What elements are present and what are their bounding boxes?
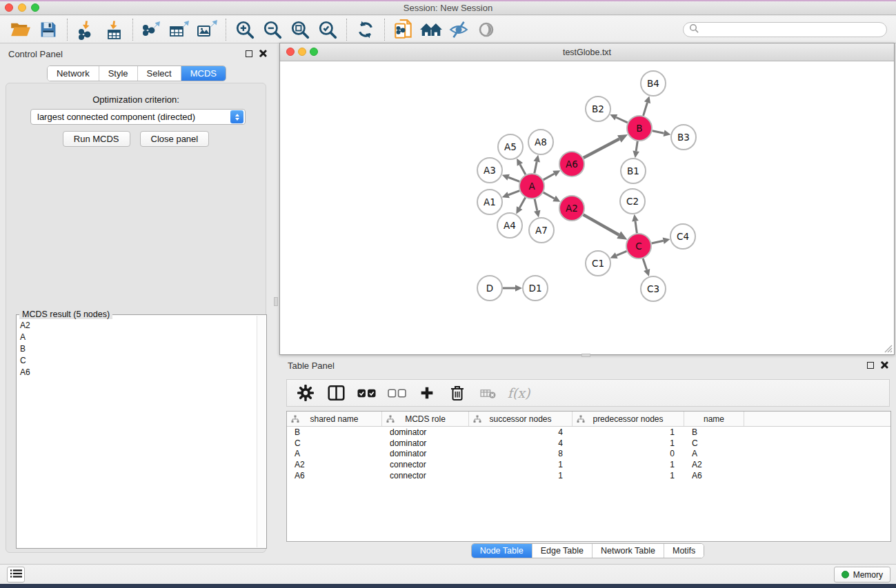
run-mcds-button[interactable]: Run MCDS bbox=[63, 131, 130, 147]
graph-node-A2[interactable]: A2 bbox=[559, 196, 584, 221]
table-tab-edge-table[interactable]: Edge Table bbox=[532, 544, 592, 558]
zoom-fit-icon[interactable] bbox=[286, 18, 314, 41]
table-cell[interactable]: C bbox=[287, 438, 382, 448]
graph-node-A1[interactable]: A1 bbox=[477, 190, 502, 214]
float-panel-icon[interactable] bbox=[246, 50, 252, 57]
edge-A-A2[interactable] bbox=[544, 192, 561, 202]
edge-C-C2[interactable] bbox=[632, 214, 639, 233]
edge-B-B1[interactable] bbox=[633, 141, 639, 158]
edge-B-B4[interactable] bbox=[644, 96, 650, 116]
graph-node-A4[interactable]: A4 bbox=[497, 213, 522, 238]
table-cell[interactable]: A6 bbox=[287, 471, 382, 480]
hide-eye-icon[interactable] bbox=[445, 18, 472, 41]
tab-select[interactable]: Select bbox=[137, 66, 181, 81]
close-table-panel-icon[interactable] bbox=[880, 361, 888, 369]
table-tab-network-table[interactable]: Network Table bbox=[592, 544, 664, 558]
vertical-splitter-handle[interactable] bbox=[274, 297, 278, 306]
table-cell[interactable]: 1 bbox=[573, 438, 684, 448]
close-panel-button[interactable]: Close panel bbox=[140, 131, 210, 147]
edge-C-C3[interactable] bbox=[643, 258, 650, 276]
column-header-predecessor-nodes[interactable]: predecessor nodes bbox=[573, 412, 684, 426]
select-all-checked-icon[interactable] bbox=[355, 382, 378, 404]
edge-A-A7[interactable] bbox=[534, 199, 540, 218]
table-cell[interactable]: A2 bbox=[684, 460, 744, 469]
search-input[interactable] bbox=[699, 25, 881, 34]
copy-network-document-icon[interactable] bbox=[390, 18, 417, 41]
export-image-icon[interactable] bbox=[193, 18, 221, 41]
refresh-icon[interactable] bbox=[352, 18, 379, 41]
graph-node-C4[interactable]: C4 bbox=[670, 224, 695, 249]
edge-A-A8[interactable] bbox=[534, 155, 540, 174]
import-network-icon[interactable] bbox=[72, 18, 100, 41]
graph-node-C2[interactable]: C2 bbox=[620, 189, 645, 214]
graph-node-A[interactable]: A bbox=[519, 174, 544, 199]
import-table-icon[interactable] bbox=[100, 18, 128, 41]
column-header-shared-name[interactable]: shared name bbox=[287, 412, 382, 426]
edge-A-A6[interactable] bbox=[544, 170, 561, 180]
network-canvas[interactable]: AA1A2A3A4A5A6A7A8BB1B2B3B4CC1C2C3C4DD1 bbox=[281, 61, 893, 354]
table-cell[interactable]: C bbox=[684, 438, 744, 448]
add-column-icon[interactable] bbox=[415, 382, 439, 404]
graph-node-A3[interactable]: A3 bbox=[477, 158, 502, 183]
column-header-successor-nodes[interactable]: successor nodes bbox=[469, 412, 573, 426]
table-cell[interactable]: A bbox=[287, 449, 382, 458]
home-icon[interactable] bbox=[417, 18, 445, 41]
mcds-result-item[interactable]: A6 bbox=[18, 366, 255, 378]
graph-node-B1[interactable]: B1 bbox=[621, 159, 646, 183]
table-row[interactable]: Cdominator41C bbox=[287, 438, 890, 449]
table-cell[interactable]: A bbox=[684, 449, 744, 458]
mcds-result-item[interactable]: A bbox=[18, 331, 255, 343]
graph-node-C1[interactable]: C1 bbox=[586, 251, 610, 276]
gear-icon[interactable] bbox=[294, 382, 317, 404]
table-cell[interactable]: 8 bbox=[469, 449, 573, 458]
tab-network[interactable]: Network bbox=[48, 66, 99, 81]
mcds-result-item[interactable]: C bbox=[18, 354, 255, 366]
export-network-icon[interactable] bbox=[138, 18, 166, 41]
graph-node-A7[interactable]: A7 bbox=[529, 218, 554, 243]
table-cell[interactable]: 1 bbox=[573, 460, 684, 469]
graph-node-A5[interactable]: A5 bbox=[498, 134, 523, 159]
edge-C-C1[interactable] bbox=[610, 251, 626, 258]
table-row[interactable]: Adominator80A bbox=[287, 448, 890, 459]
edge-B-B3[interactable] bbox=[653, 130, 671, 136]
graph-node-D[interactable]: D bbox=[477, 276, 502, 301]
table-cell[interactable]: A2 bbox=[287, 460, 382, 469]
edge-A-A3[interactable] bbox=[502, 174, 519, 182]
panel-selector-button[interactable] bbox=[7, 567, 25, 582]
mcds-result-item[interactable]: A2 bbox=[18, 319, 255, 331]
save-session-icon[interactable] bbox=[34, 18, 62, 41]
graph-node-B4[interactable]: B4 bbox=[641, 71, 666, 96]
edge-D-D1[interactable] bbox=[503, 285, 522, 292]
edge-B-B2[interactable] bbox=[610, 114, 628, 123]
table-cell[interactable]: dominator bbox=[382, 427, 469, 437]
edge-A2-C[interactable] bbox=[584, 214, 628, 239]
table-row[interactable]: A2connector11A2 bbox=[287, 459, 890, 470]
edge-A-A5[interactable] bbox=[517, 159, 526, 175]
search-field[interactable] bbox=[683, 22, 887, 37]
table-cell[interactable]: B bbox=[684, 427, 744, 437]
graph-node-D1[interactable]: D1 bbox=[523, 276, 548, 301]
graph-node-A8[interactable]: A8 bbox=[528, 130, 553, 154]
edge-A-A1[interactable] bbox=[502, 191, 519, 199]
deselect-all-icon[interactable] bbox=[385, 382, 408, 404]
graph-node-C[interactable]: C bbox=[626, 234, 651, 258]
table-cell[interactable]: 4 bbox=[469, 427, 573, 437]
column-header-MCDS-role[interactable]: MCDS role bbox=[382, 412, 469, 426]
table-tab-node-table[interactable]: Node Table bbox=[472, 544, 532, 558]
split-table-icon[interactable] bbox=[324, 382, 348, 404]
graph-node-B2[interactable]: B2 bbox=[586, 97, 610, 121]
table-row[interactable]: A6connector11A6 bbox=[287, 470, 890, 481]
graph-node-A6[interactable]: A6 bbox=[559, 152, 584, 176]
table-cell[interactable]: B bbox=[287, 427, 382, 437]
edge-A6-B[interactable] bbox=[584, 134, 628, 158]
table-cell[interactable]: 4 bbox=[469, 438, 573, 448]
graph-node-C3[interactable]: C3 bbox=[641, 276, 666, 301]
table-cell[interactable]: 1 bbox=[573, 471, 684, 480]
table-cell[interactable]: connector bbox=[382, 471, 469, 480]
result-scrollbar[interactable] bbox=[257, 316, 266, 547]
open-file-icon[interactable] bbox=[7, 18, 34, 41]
tab-style[interactable]: Style bbox=[99, 66, 137, 81]
zoom-out-icon[interactable] bbox=[259, 18, 286, 41]
export-table-icon[interactable] bbox=[166, 18, 193, 41]
graph-node-B3[interactable]: B3 bbox=[671, 125, 696, 150]
